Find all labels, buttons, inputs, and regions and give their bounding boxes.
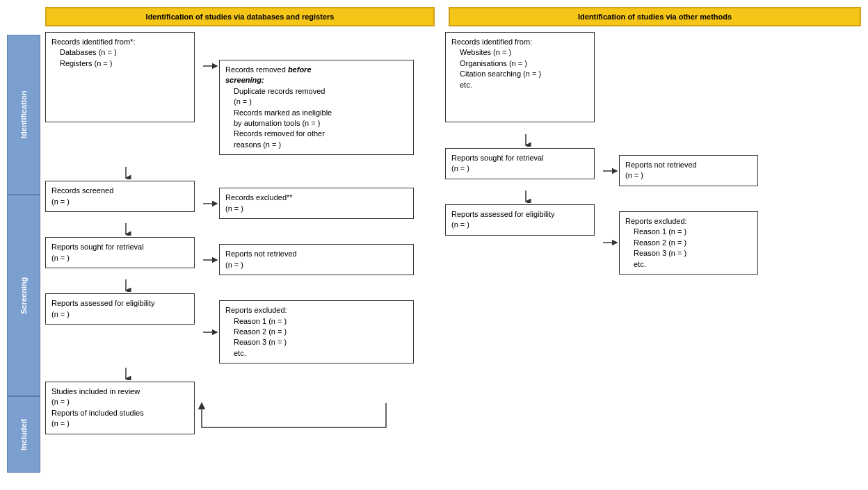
arrow-down-1-right xyxy=(520,133,532,147)
box-id-main-right: Records identified from: Websites (n = )… xyxy=(445,32,595,122)
box-eligibility-side-right: Reports excluded: Reason 1 (n = ) Reason… xyxy=(619,211,758,275)
arrow-eligibility-right xyxy=(602,236,619,249)
box-retrieval-side-left: Reports not retrieved (n = ) xyxy=(219,244,414,275)
box-retrieval-main-left: Reports sought for retrieval (n = ) xyxy=(45,237,195,268)
arrow-down-3-left xyxy=(120,278,132,292)
box-retrieval-side-right: Reports not retrieved (n = ) xyxy=(619,155,758,186)
arrow-retrieval-left xyxy=(202,254,219,266)
eligibility-row-right: Reports assessed for eligibility (n = ) … xyxy=(445,204,861,275)
eligibility-row-left: Reports assessed for eligibility (n = ) … xyxy=(45,293,431,364)
retrieval-row-left: Reports sought for retrieval (n = ) Repo… xyxy=(45,237,431,275)
section-id-right: Records identified from: Websites (n = )… xyxy=(445,32,861,122)
box-eligibility-side-left: Reports excluded: Reason 1 (n = ) Reason… xyxy=(219,300,414,364)
arrow-id-left xyxy=(202,60,219,72)
main-content: Identification of studies via databases … xyxy=(45,7,861,483)
phase-labels: Identification Screening Included xyxy=(7,35,40,473)
arrow-retrieval-right xyxy=(602,165,619,177)
arrow-screened-left xyxy=(202,197,219,210)
arrow-down-1-left xyxy=(120,165,132,179)
box-eligibility-main-left: Reports assessed for eligibility (n = ) xyxy=(45,293,195,325)
box-id-main-left: Records identified from*: Databases (n =… xyxy=(45,32,195,122)
arrow-down-2-left xyxy=(120,222,132,236)
screened-row: Records screened (n = ) Records excluded… xyxy=(45,181,431,219)
arrow-eligibility-left xyxy=(202,326,219,338)
section-id-left: Records identified from*: Databases (n =… xyxy=(45,32,431,155)
included-row: Studies included in review (n = ) Report… xyxy=(45,382,431,434)
phase-identification: Identification xyxy=(7,35,40,195)
box-eligibility-main-right: Reports assessed for eligibility (n = ) xyxy=(445,204,595,236)
phase-included: Included xyxy=(7,396,40,473)
diagram: Records identified from*: Databases (n =… xyxy=(45,32,861,434)
box-screened-side: Records excluded** (n = ) xyxy=(219,188,414,219)
full-layout: Records identified from*: Databases (n =… xyxy=(45,32,861,434)
col-left: Records identified from*: Databases (n =… xyxy=(45,32,431,434)
box-included-main: Studies included in review (n = ) Report… xyxy=(45,382,195,434)
col-right: Records identified from: Websites (n = )… xyxy=(445,32,861,434)
arrow-down-4-left xyxy=(120,366,132,380)
phase-screening: Screening xyxy=(7,195,40,396)
box-id-side-left: Records removed beforescreening:Duplicat… xyxy=(219,60,414,155)
header-right: Identification of studies via other meth… xyxy=(449,7,861,26)
column-headers: Identification of studies via databases … xyxy=(45,7,861,26)
header-left: Identification of studies via databases … xyxy=(45,7,435,26)
page: Identification Screening Included Identi… xyxy=(0,0,868,490)
arrow-down-2-right xyxy=(520,189,532,203)
retrieval-row-right: Reports sought for retrieval (n = ) Repo… xyxy=(445,148,861,186)
box-retrieval-main-right: Reports sought for retrieval (n = ) xyxy=(445,148,595,179)
box-screened-main: Records screened (n = ) xyxy=(45,181,195,212)
